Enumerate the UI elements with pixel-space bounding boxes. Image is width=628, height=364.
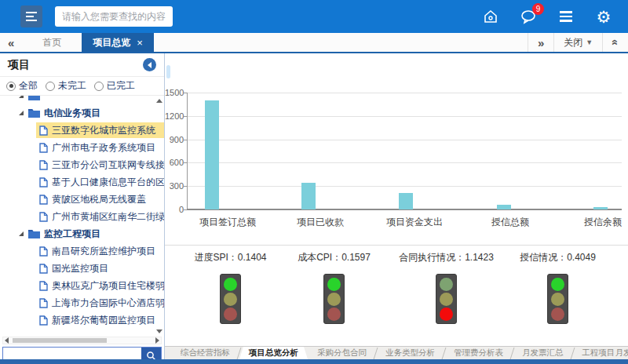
tree-vertical-scrollbar[interactable] [155, 99, 163, 333]
report-tab-月发票汇总[interactable]: 月发票汇总 [513, 347, 573, 359]
report-tab-业务类型分析[interactable]: 业务类型分析 [376, 347, 444, 359]
settings-gear-icon[interactable]: ⚙ [595, 8, 612, 25]
bar-授信总额[interactable] [497, 205, 511, 209]
tree-horizontal-scrollbar[interactable] [2, 337, 162, 344]
close-tab-icon[interactable]: × [137, 37, 143, 49]
expand-arrow-icon[interactable] [19, 231, 24, 236]
scroll-down-icon[interactable] [156, 329, 162, 333]
file-icon [39, 160, 48, 170]
scrollbar-thumb[interactable] [13, 338, 107, 343]
tree-item[interactable]: 电信业务项目 [0, 104, 164, 122]
report-tab-管理费分析表[interactable]: 管理费分析表 [444, 347, 513, 359]
x-category-label: 项目资金支出 [371, 216, 458, 229]
tree-item-label: 国光监控项目 [52, 262, 108, 275]
scroll-right-icon[interactable] [155, 337, 159, 344]
scroll-tabs-left-icon[interactable]: « [0, 33, 22, 52]
scroll-left-icon[interactable] [5, 337, 9, 344]
tree-item-label: 基于人口健康信息平台的区域分 [52, 176, 164, 189]
project-tree: 电信业务项目三亚数字化城市监控系统广州市电子政务系统项目三亚市分公司互联网专线接… [0, 96, 164, 337]
radio-icon [94, 82, 104, 91]
bar-项目资金支出[interactable] [399, 193, 413, 209]
report-tab-项目总览分析[interactable]: 项目总览分析 [239, 347, 308, 359]
y-tick-label: 300 [165, 181, 184, 191]
tree-item-label: 广州市电子政务系统项目 [52, 141, 155, 155]
tab-label: 项目总览 [93, 36, 130, 49]
tab-home[interactable]: 首页 [22, 33, 82, 52]
lamp [551, 278, 564, 291]
kpi-indicator: 授信情况：0.4049 [505, 251, 611, 324]
report-tab-采购分包合同[interactable]: 采购分包合同 [308, 347, 376, 359]
tree-item[interactable]: 基于人口健康信息平台的区域分 [0, 173, 164, 191]
sidebar-toggle-icon[interactable] [20, 5, 42, 27]
bar-项目签订总额[interactable] [205, 100, 219, 209]
filter-finished[interactable]: 已完工 [94, 79, 135, 93]
file-icon [39, 246, 48, 257]
close-dropdown-button[interactable]: 关闭 ▼ [553, 33, 602, 52]
tree-item[interactable]: 监控工程项目 [0, 225, 164, 242]
tree-item[interactable] [0, 96, 164, 104]
x-category-label: 授信余额 [560, 216, 628, 229]
filter-all[interactable]: 全部 [6, 79, 38, 93]
tree-item[interactable]: 上海市力合国际中心酒店弱电项 [0, 294, 164, 311]
scroll-up-icon[interactable] [156, 99, 162, 103]
bar-授信余额[interactable] [593, 207, 608, 209]
lamp [327, 308, 341, 321]
tree-item-label: 三亚市分公司互联网专线接入服 [52, 158, 164, 172]
tree-item[interactable]: 国光监控项目 [0, 260, 164, 277]
tree-item-label: 黄陂区地税局无线覆盖 [52, 193, 146, 206]
tree-item[interactable]: 新疆塔尔葡萄园监控项目 [0, 311, 164, 329]
lamp [440, 293, 453, 306]
lamp [440, 308, 453, 321]
global-search-input[interactable] [55, 6, 173, 27]
tree-item[interactable]: 南昌研究所监控维护项目 [0, 242, 164, 260]
scroll-tabs-right-icon[interactable]: » [528, 33, 553, 52]
kpi-label: 授信情况：0.4049 [520, 251, 596, 264]
tree-item[interactable]: 广州市黄埔区红南华二街绿灯监 [0, 208, 164, 225]
file-icon [39, 195, 48, 205]
x-category-label: 项目签订总额 [184, 216, 271, 229]
y-tick [184, 116, 187, 117]
main-scrollbar-thumb[interactable] [166, 65, 170, 78]
file-icon [39, 143, 48, 153]
gridline [188, 186, 622, 187]
filter-unfinished[interactable]: 未完工 [46, 79, 86, 93]
tab-project-overview[interactable]: 项目总览 × [82, 33, 154, 52]
file-icon [39, 126, 48, 136]
apps-menu-icon[interactable] [557, 8, 575, 25]
kpi-indicator: 成本CPI：0.1597 [281, 251, 387, 324]
y-tick-label: 900 [165, 135, 184, 144]
messages-icon[interactable]: 9 [520, 8, 537, 25]
tree-item[interactable]: 黄陂区地税局无线覆盖 [0, 191, 164, 208]
y-tick-label: 600 [165, 158, 184, 167]
bottom-status-strip [0, 359, 628, 364]
y-tick [184, 140, 187, 140]
report-tab-综合经营指标[interactable]: 综合经营指标 [171, 347, 239, 359]
kpi-label: 合同执行情况：1.1423 [399, 251, 494, 264]
expand-arrow-icon[interactable] [19, 96, 24, 98]
summary-bar-chart [187, 93, 622, 209]
collapse-up-icon[interactable]: « [602, 33, 628, 52]
file-icon [39, 264, 48, 274]
file-icon [39, 315, 48, 326]
folder-icon [28, 108, 40, 118]
sidebar-collapse-button[interactable] [143, 58, 156, 71]
expand-arrow-icon[interactable] [19, 111, 24, 115]
tree-item[interactable]: 三亚数字化城市监控系统 [0, 122, 164, 139]
y-tick [184, 209, 187, 210]
gridline [188, 162, 622, 163]
report-tab-工程项目月发票汇总[interactable]: 工程项目月发票汇总 [573, 347, 628, 359]
tree-item[interactable]: 广州市电子政务系统项目 [0, 139, 164, 156]
file-icon [39, 281, 48, 291]
tree-item-label: 新疆塔尔葡萄园监控项目 [52, 314, 155, 327]
lamp [440, 278, 453, 291]
report-tab-strip: 综合经营指标项目总览分析采购分包合同业务类型分析管理费分析表月发票汇总工程项目月… [165, 346, 628, 359]
bar-项目已收款[interactable] [301, 183, 316, 209]
traffic-light-icon [220, 274, 241, 324]
y-tick [184, 93, 187, 93]
tree-item[interactable]: 奥林匹克广场项目住宅楼弱电工 [0, 277, 164, 294]
lamp [224, 308, 237, 321]
y-tick-label: 0 [165, 205, 184, 214]
home-icon[interactable] [482, 8, 499, 25]
tree-item[interactable]: 三亚市分公司互联网专线接入服 [0, 156, 164, 173]
top-bar: 9 ⚙ [0, 0, 628, 33]
